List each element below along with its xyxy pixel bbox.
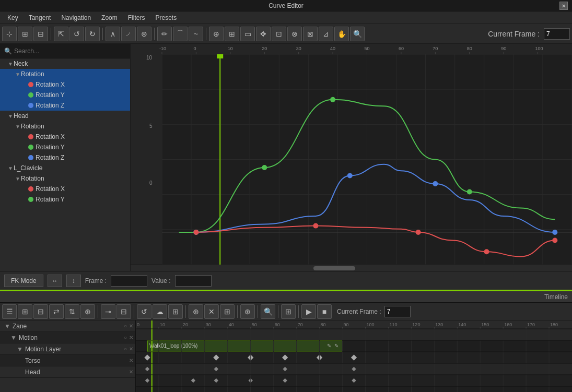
toolbar-expand[interactable]: ⊕ [209,27,224,41]
tl-circle-icon[interactable]: ○ [124,323,127,329]
tl-btn-zoom[interactable]: 🔍 [261,304,275,319]
tl-close-icon[interactable]: ✕ [129,369,133,375]
tl-btn-6[interactable]: ⊕ [80,304,95,319]
menu-key[interactable]: Key [2,13,24,22]
tree-arrow: ▼ [15,72,21,77]
frame-arrows-icon[interactable]: ↔ [48,275,62,287]
tl-circle-icon[interactable]: ○ [124,335,127,340]
tl-btn-12[interactable]: ⊕ [189,304,203,319]
tl-btn-7[interactable]: ⊸ [101,304,115,319]
toolbar-zoom-in[interactable]: ⊡ [272,27,286,41]
tree-head-rotation-x[interactable]: Rotation X [0,132,130,142]
tree-arrow-empty [22,186,28,192]
frame-input[interactable] [111,275,147,287]
tl-row-torso[interactable]: Torso ✕ [0,355,135,366]
toolbar-move2[interactable]: ✥ [256,27,271,41]
toolbar-key1[interactable]: ⇱ [54,27,68,41]
tl-label-zane: Zane [13,323,124,330]
toolbar-region[interactable]: ▭ [240,27,255,41]
dot-blue [28,103,33,108]
tree-lclavicle-rotation[interactable]: ▼ Rotation [0,173,130,184]
toolbar-curve[interactable]: ⌒ [173,27,188,41]
tl-current-frame-input[interactable] [384,306,411,317]
tl-btn-13[interactable]: ✕ [204,304,219,319]
tl-row-motion[interactable]: ▼ Motion ○ ✕ [0,332,135,343]
tree-head[interactable]: ▼ Head [0,111,130,121]
tree-neck-rotation-y[interactable]: Rotation Y [0,90,130,100]
tl-btn-15[interactable]: ⊕ [240,304,255,319]
menu-presets[interactable]: Presets [150,13,182,22]
tl-btn-5[interactable]: ⇅ [65,304,79,319]
toolbar-undo[interactable]: ↺ [69,27,84,41]
fk-mode-button[interactable]: FK Mode [4,275,43,287]
toolbar-hand[interactable]: ✋ [334,27,349,41]
tl-btn-1[interactable]: ☰ [2,304,17,319]
search-input[interactable] [14,47,126,55]
menu-tangent[interactable]: Tangent [24,13,56,22]
tree-head-rotation-y[interactable]: Rotation Y [0,142,130,152]
toolbar-pencil[interactable]: ✏ [157,27,172,41]
dot-blue [28,155,33,160]
toolbar-magnify[interactable]: 🔍 [350,27,365,41]
tl-btn-3[interactable]: ⊟ [33,304,48,319]
tl-row-zane[interactable]: ▼ Zane ○ ✕ [0,320,135,332]
tree-lclavicle[interactable]: ▼ L_Clavicle [0,163,130,173]
tl-btn-11[interactable]: ⊞ [168,304,183,319]
timeline-right-panel[interactable] [136,320,572,392]
close-button[interactable]: ✕ [559,2,568,10]
tl-btn-2[interactable]: ⊞ [18,304,32,319]
toolbar-redo[interactable]: ↻ [85,27,100,41]
frame-vert-icon[interactable]: ↕ [66,275,81,287]
toolbar-fit[interactable]: ⊞ [225,27,239,41]
tree-lclavicle-rotation-y[interactable]: Rotation Y [0,194,130,205]
tl-close-icon[interactable]: ✕ [129,358,133,363]
toolbar-wave[interactable]: ~ [189,27,203,41]
tree-head-rotation[interactable]: ▼ Rotation [0,121,130,132]
tl-sep-6 [278,305,278,318]
toolbar-tan1[interactable]: ⟋ [121,27,136,41]
tl-play[interactable]: ▶ [301,304,316,319]
toolbar-frame-all[interactable]: ⊿ [319,27,333,41]
tree-lclavicle-rotation-x[interactable]: Rotation X [0,184,130,194]
tree-neck[interactable]: ▼ Neck [0,58,130,69]
current-frame-label: Current Frame : [485,27,543,41]
tl-btn-14[interactable]: ⊞ [220,304,235,319]
current-frame-input[interactable] [544,28,570,40]
toolbar-snap[interactable]: ⊠ [303,27,318,41]
toolbar-key2[interactable]: ∧ [106,27,120,41]
tl-row-motion-layer[interactable]: ▼ Motion Layer ○ ✕ [0,343,135,355]
tl-circle-icon[interactable]: ○ [124,346,127,352]
tl-btn-8[interactable]: ⊟ [116,304,131,319]
tl-btn-export[interactable]: ⊞ [281,304,296,319]
tl-close-icon[interactable]: ✕ [129,335,133,340]
tl-icons-motion-layer: ○ ✕ [124,346,135,352]
tree-head-rotation-z[interactable]: Rotation Z [0,152,130,163]
curve-scrollbar[interactable] [131,265,572,271]
tree-arrow-empty [22,145,28,150]
tl-close-icon[interactable]: ✕ [129,346,133,352]
tl-close-icon[interactable]: ✕ [129,323,133,329]
toolbar-layer[interactable]: ⊟ [33,27,48,41]
scroll-thumb[interactable] [313,266,355,270]
curve-canvas-container[interactable] [131,44,572,265]
tl-btn-9[interactable]: ↺ [137,304,151,319]
menu-navigation[interactable]: Navigation [56,13,96,22]
tree-neck-rotation-z[interactable]: Rotation Z [0,100,130,111]
tl-row-head[interactable]: Head ✕ [0,366,135,378]
toolbar-select[interactable]: ⊹ [2,27,17,41]
toolbar-move[interactable]: ⊞ [18,27,32,41]
menu-filters[interactable]: Filters [123,13,150,22]
toolbar-zoom-out[interactable]: ⊗ [287,27,302,41]
tl-sep-2 [134,305,134,318]
tl-btn-4[interactable]: ⇄ [49,304,64,319]
tl-sep-4 [237,305,238,318]
menu-zoom[interactable]: Zoom [96,13,123,22]
value-input[interactable] [175,275,212,287]
tree-neck-rotation[interactable]: ▼ Rotation [0,69,130,79]
toolbar-tan2[interactable]: ⊛ [137,27,151,41]
tl-btn-10[interactable]: ☁ [153,304,167,319]
tree-neck-rotation-x[interactable]: Rotation X [0,79,130,90]
tl-stop[interactable]: ■ [317,304,332,319]
search-icon: 🔍 [4,47,12,55]
tree-arrow: ▼ [15,124,21,129]
